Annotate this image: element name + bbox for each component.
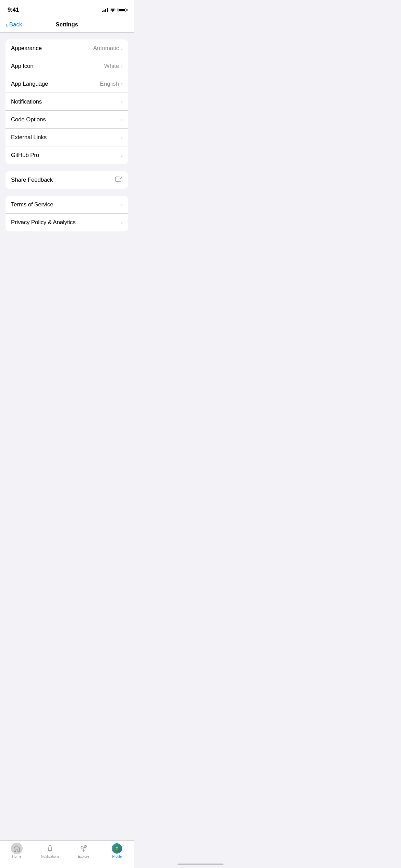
code-options-row[interactable]: Code Options › [5, 111, 128, 129]
app-language-row[interactable]: App Language English › [5, 75, 128, 93]
status-bar: 9:41 [0, 0, 134, 17]
code-options-value-group: › [121, 117, 123, 122]
notifications-chevron-icon: › [121, 99, 123, 105]
appearance-value-group: Automatic › [93, 45, 123, 52]
app-language-value-group: English › [100, 81, 123, 87]
app-icon-value-group: White › [104, 63, 123, 70]
privacy-policy-chevron-icon: › [121, 220, 123, 225]
app-icon-row[interactable]: App Icon White › [5, 57, 128, 75]
external-links-label: External Links [11, 134, 47, 141]
back-button[interactable]: ‹ Back [5, 21, 22, 28]
code-options-label: Code Options [11, 116, 46, 123]
privacy-policy-value-group: › [121, 220, 123, 225]
signal-icon [102, 8, 108, 12]
share-feedback-row[interactable]: Share Feedback [5, 171, 128, 189]
legal-group: Terms of Service › Privacy Policy & Anal… [5, 196, 128, 231]
feedback-group: Share Feedback [5, 171, 128, 189]
wifi-icon [110, 8, 116, 12]
privacy-policy-label: Privacy Policy & Analytics [11, 219, 75, 226]
back-chevron-icon: ‹ [5, 21, 8, 28]
page-title: Settings [56, 21, 78, 28]
terms-of-service-label: Terms of Service [11, 201, 53, 208]
github-pro-value-group: › [121, 153, 123, 158]
tab-spacer [5, 238, 128, 269]
app-language-value: English [100, 81, 119, 87]
external-links-value-group: › [121, 135, 123, 140]
appearance-value: Automatic [93, 45, 119, 52]
status-icons [102, 8, 126, 12]
main-settings-group: Appearance Automatic › App Icon White › … [5, 39, 128, 164]
github-pro-label: GitHub Pro [11, 152, 39, 159]
appearance-label: Appearance [11, 45, 42, 52]
appearance-chevron-icon: › [121, 46, 123, 51]
share-feedback-icon-group [115, 176, 123, 184]
app-icon-value: White [104, 63, 119, 70]
notifications-row[interactable]: Notifications › [5, 93, 128, 111]
share-feedback-label: Share Feedback [11, 177, 53, 183]
nav-bar: ‹ Back Settings [0, 17, 134, 33]
terms-of-service-chevron-icon: › [121, 202, 123, 207]
appearance-row[interactable]: Appearance Automatic › [5, 39, 128, 57]
terms-of-service-value-group: › [121, 202, 123, 207]
github-pro-row[interactable]: GitHub Pro › [5, 146, 128, 164]
github-pro-chevron-icon: › [121, 153, 123, 158]
app-language-label: App Language [11, 81, 48, 87]
privacy-policy-row[interactable]: Privacy Policy & Analytics › [5, 214, 128, 231]
notifications-value-group: › [121, 99, 123, 105]
back-label: Back [9, 21, 22, 28]
app-icon-label: App Icon [11, 63, 34, 70]
settings-content: Appearance Automatic › App Icon White › … [0, 33, 134, 276]
battery-icon [118, 8, 126, 12]
app-language-chevron-icon: › [121, 81, 123, 87]
share-feedback-icon [115, 176, 123, 184]
external-links-chevron-icon: › [121, 135, 123, 140]
notifications-label: Notifications [11, 98, 42, 105]
terms-of-service-row[interactable]: Terms of Service › [5, 196, 128, 214]
code-options-chevron-icon: › [121, 117, 123, 122]
external-links-row[interactable]: External Links › [5, 129, 128, 146]
app-icon-chevron-icon: › [121, 63, 123, 69]
status-time: 9:41 [8, 7, 19, 13]
